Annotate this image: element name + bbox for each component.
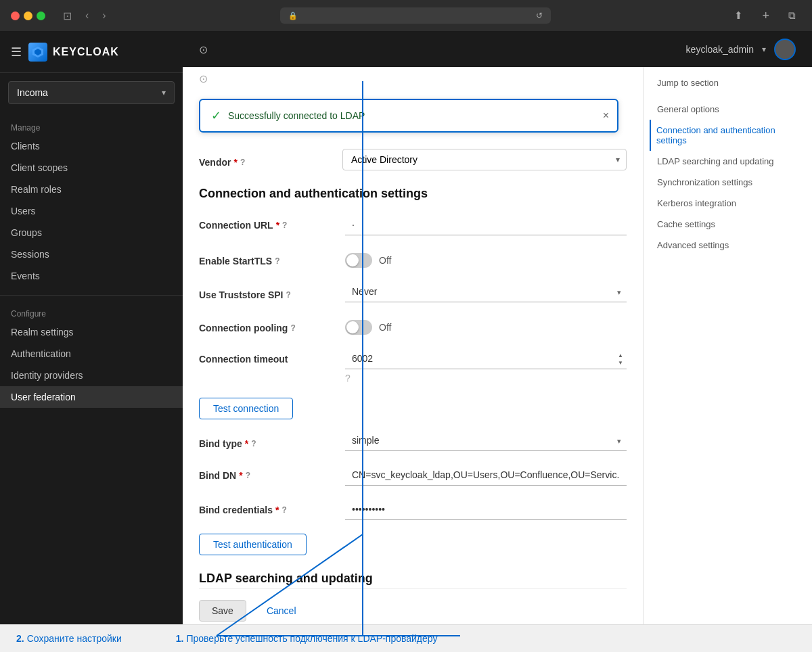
footer-actions: Save Cancel <box>199 588 627 624</box>
vendor-select[interactable]: Active Directory Other <box>342 149 627 170</box>
user-dropdown-icon[interactable]: ▾ <box>762 45 766 54</box>
starttls-field: Enable StartTLS ? Off <box>199 249 627 268</box>
main-content: ⊙ keycloak_admin ▾ ⊙ ✓ <box>183 32 812 624</box>
sidebar-header: ☰ KEYCLOAK <box>0 32 183 73</box>
sidebar-item-clients[interactable]: Clients <box>0 135 183 157</box>
annotation-2-text: Сохраните настройки <box>27 633 122 644</box>
cancel-button[interactable]: Cancel <box>254 601 309 621</box>
sidebar-item-realm-settings[interactable]: Realm settings <box>0 321 183 343</box>
starttls-toggle-knob <box>346 254 359 266</box>
ldap-section-title: LDAP searching and updating <box>199 572 627 586</box>
connection-timeout-field: Connection timeout ▲ ▼ <box>199 348 627 384</box>
starttls-label: Enable StartTLS ? <box>199 250 334 266</box>
connection-url-control <box>345 214 627 235</box>
address-bar[interactable]: 🔒 ↺ <box>280 7 551 24</box>
connection-pooling-toggle[interactable] <box>345 320 372 335</box>
sidebar-item-events[interactable]: Events <box>0 265 183 287</box>
connection-pooling-field: Connection pooling ? Off <box>199 316 627 335</box>
forward-button[interactable]: › <box>98 8 110 24</box>
logo-icon <box>28 43 47 62</box>
timeout-help-icon[interactable]: ? <box>345 373 351 383</box>
connection-pooling-label: Connection pooling ? <box>199 317 334 333</box>
bind-type-help-icon[interactable]: ? <box>251 439 256 448</box>
sidebar-button[interactable]: ⧉ <box>783 6 801 26</box>
realm-name: Incoma <box>17 87 48 98</box>
test-connection-button[interactable]: Test connection <box>199 398 293 419</box>
sidebar-item-client-scopes[interactable]: Client scopes <box>0 157 183 179</box>
starttls-help-icon[interactable]: ? <box>275 256 279 266</box>
connection-timeout-input[interactable] <box>345 348 627 369</box>
bind-type-select[interactable]: simple none <box>345 430 627 451</box>
timeout-increment-button[interactable]: ▲ <box>617 352 624 358</box>
sidebar-item-groups[interactable]: Groups <box>0 222 183 243</box>
jump-item-connection-auth[interactable]: Connection and authentication settings <box>650 120 798 151</box>
jump-item-general-options[interactable]: General options <box>657 99 798 120</box>
jump-item-kerberos[interactable]: Kerberos integration <box>657 193 798 214</box>
connection-timeout-wrapper: ▲ ▼ <box>345 348 627 369</box>
save-button[interactable]: Save <box>199 600 246 622</box>
jump-item-ldap-searching[interactable]: LDAP searching and updating <box>657 151 798 172</box>
annotation-bar: 2. Сохраните настройки 1. Проверьте успе… <box>0 624 812 652</box>
vendor-help-icon[interactable]: ? <box>240 158 245 167</box>
sidebar-item-identity-providers[interactable]: Identity providers <box>0 365 183 386</box>
sidebar-item-users[interactable]: Users <box>0 200 183 222</box>
page-help-icon[interactable]: ⊙ <box>199 73 208 85</box>
window-controls-button[interactable]: ⊡ <box>59 8 76 24</box>
hamburger-icon[interactable]: ☰ <box>11 45 22 60</box>
bind-credentials-control <box>345 499 627 520</box>
bind-credentials-required: * <box>275 505 279 515</box>
traffic-lights <box>11 11 45 20</box>
bind-dn-input[interactable] <box>345 465 627 486</box>
vendor-label: Vendor * ? <box>199 152 334 168</box>
connection-pooling-toggle-wrapper: Off <box>345 316 391 335</box>
sidebar-manage-section: Manage Clients Client scopes Realm roles… <box>0 112 183 292</box>
jump-to-section-label: Jump to section <box>657 78 798 88</box>
new-tab-button[interactable]: + <box>757 6 775 26</box>
minimize-window-button[interactable] <box>24 11 32 20</box>
jump-item-sync-settings[interactable]: Synchronization settings <box>657 172 798 193</box>
share-button[interactable]: ⬆ <box>729 6 748 26</box>
topbar-user-name: keycloak_admin <box>686 44 754 55</box>
help-circle-icon[interactable]: ⊙ <box>199 43 208 56</box>
section-title: Connection and authentication settings <box>199 187 627 201</box>
sidebar-item-user-federation[interactable]: User federation <box>0 386 183 408</box>
sidebar-item-authentication[interactable]: Authentication <box>0 343 183 365</box>
test-authentication-row: Test authentication <box>199 534 627 555</box>
back-button[interactable]: ‹ <box>81 8 93 24</box>
connection-url-input[interactable] <box>345 214 627 235</box>
connection-timeout-control: ▲ ▼ ? <box>345 348 627 384</box>
truststore-control: Never Only for ldaps Always ▾ <box>345 281 627 302</box>
bind-credentials-field: Bind credentials * ? <box>199 499 627 520</box>
sidebar-item-realm-roles[interactable]: Realm roles <box>0 179 183 200</box>
timeout-decrement-button[interactable]: ▼ <box>617 359 624 366</box>
close-window-button[interactable] <box>11 11 20 20</box>
maximize-window-button[interactable] <box>37 11 45 20</box>
bind-type-required: * <box>245 438 248 449</box>
bind-dn-help-icon[interactable]: ? <box>246 471 250 480</box>
starttls-toggle-wrapper: Off <box>345 249 391 268</box>
sidebar-item-sessions[interactable]: Sessions <box>0 243 183 265</box>
connection-url-help-icon[interactable]: ? <box>282 220 287 230</box>
truststore-help-icon[interactable]: ? <box>286 290 291 300</box>
bind-credentials-input[interactable] <box>345 499 627 520</box>
jump-item-cache-settings[interactable]: Cache settings <box>657 214 798 235</box>
realm-selector[interactable]: Incoma ▾ <box>8 81 175 104</box>
annotation-2-number: 2. <box>16 633 24 644</box>
vendor-required: * <box>233 157 237 168</box>
bind-credentials-help-icon[interactable]: ? <box>281 505 286 515</box>
annotation-item-2: 2. Сохраните настройки <box>16 633 122 644</box>
browser-nav: ⊡ ‹ › <box>59 8 110 24</box>
sidebar: ☰ KEYCLOAK Incoma ▾ Manage Clien <box>0 32 183 624</box>
jump-item-advanced-settings[interactable]: Advanced settings <box>657 235 798 256</box>
test-authentication-button[interactable]: Test authentication <box>199 534 307 555</box>
starttls-toggle[interactable] <box>345 253 372 268</box>
sidebar-configure-section: Configure Realm settings Authentication … <box>0 298 183 413</box>
connection-pooling-help-icon[interactable]: ? <box>290 323 295 333</box>
test-connection-row: Test connection <box>199 398 627 419</box>
user-avatar[interactable] <box>774 39 796 60</box>
success-close-button[interactable]: × <box>603 110 609 122</box>
browser-chrome: ⊡ ‹ › 🔒 ↺ ⬆ + ⧉ <box>0 0 812 32</box>
truststore-select[interactable]: Never Only for ldaps Always <box>345 281 627 302</box>
reload-icon[interactable]: ↺ <box>536 11 543 20</box>
logo: KEYCLOAK <box>28 43 119 62</box>
